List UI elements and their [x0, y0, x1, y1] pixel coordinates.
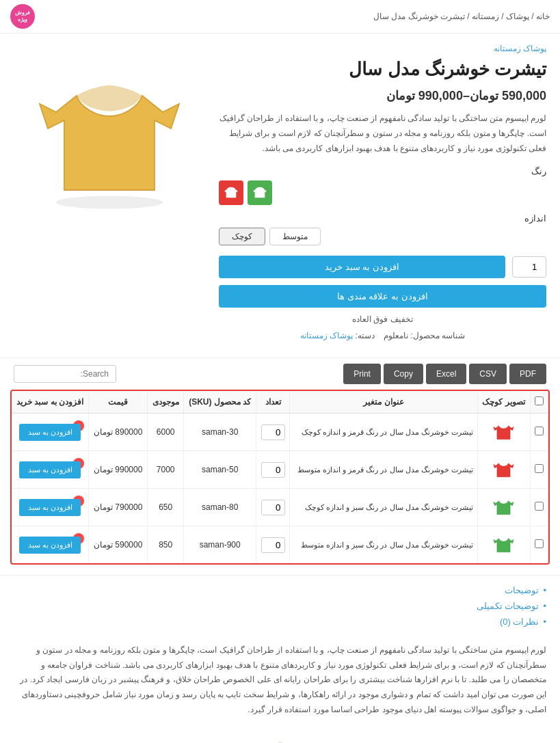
variant-price: 890000 تومان	[89, 414, 148, 451]
size-btn-medium[interactable]: متوسط	[269, 228, 321, 245]
wishlist-button[interactable]: افزودن به علاقه مندی ها	[219, 285, 546, 308]
variant-sku: saman-900	[184, 526, 256, 564]
copy-button[interactable]: Copy	[384, 364, 423, 384]
variant-add-button[interactable]: افزودن به سبد	[19, 537, 81, 554]
variant-title: تیشرت خوشرنگ مدل سال در رنگ سبز و اندازه…	[290, 489, 478, 526]
footer-description: لورم ایپسوم متن ساختگی با تولید سادگی نا…	[0, 636, 560, 724]
table-toolbar: PDF CSV Excel Copy Print	[0, 357, 560, 390]
product-price: 590,000 تومان–990,000 تومان	[219, 88, 546, 103]
variant-title: تیشرت خوشرنگ مدل سال در رنگ قرمز و انداز…	[290, 414, 478, 451]
logo-badge: فروشویژه	[10, 4, 35, 29]
tab-supplementary-label: توضیحات تکمیلی	[477, 601, 539, 611]
variant-sku: saman-50	[184, 451, 256, 489]
variant-qty-input[interactable]	[261, 537, 285, 553]
search-input[interactable]	[14, 365, 116, 383]
variant-add-button[interactable]: افزودن به سبد	[19, 461, 81, 478]
table-btn-group: PDF CSV Excel Copy Print	[343, 364, 546, 384]
variant-qty-input[interactable]	[261, 462, 285, 478]
product-info: پوشاک زمستانه تیشرت خوشرنگ مدل سال 590,0…	[219, 44, 546, 347]
tab-description[interactable]: توضیحات	[14, 582, 546, 598]
variant-sku: saman-80	[184, 489, 256, 526]
product-section: پوشاک زمستانه تیشرت خوشرنگ مدل سال 590,0…	[0, 33, 560, 357]
size-btn-small[interactable]: کوچک	[219, 228, 265, 245]
discount-label: تخفیف فوق العاده	[219, 314, 546, 324]
variant-sku: saman-30	[184, 414, 256, 451]
color-options	[219, 180, 546, 205]
variant-image	[492, 457, 516, 481]
excel-button[interactable]: Excel	[426, 364, 466, 384]
variant-qty-input[interactable]	[261, 424, 285, 440]
category-label: پوشاک زمستانه	[219, 44, 546, 53]
variants-table: تصویر کوچک عنوان متغیر تعداد کد محصول (S…	[12, 391, 548, 563]
variant-stock: 7000	[148, 451, 184, 489]
variant-title: تیشرت خوشرنگ مدل سال در رنگ قرمز و انداز…	[290, 451, 478, 489]
breadcrumb: خانه / پوشاک / زمستانه / تیشرت خوشرنگ مد…	[373, 12, 550, 21]
col-header-qty: تعداد	[256, 391, 290, 414]
color-swatch-green[interactable]	[248, 180, 272, 205]
pdf-button[interactable]: PDF	[509, 364, 546, 384]
product-title: تیشرت خوشرنگ مدل سال	[219, 57, 546, 81]
variant-qty-input[interactable]	[261, 500, 285, 515]
bottom-product-image	[239, 731, 321, 743]
variant-stock: 650	[148, 489, 184, 526]
variant-title: تیشرت خوشرنگ مدل سال در رنگ سبز و اندازه…	[290, 526, 478, 564]
table-row: تیشرت خوشرنگ مدل سال در رنگ قرمز و انداز…	[12, 414, 548, 451]
product-image	[27, 51, 191, 215]
col-header-image: تصویر کوچک	[477, 391, 530, 414]
variant-stock: 850	[148, 526, 184, 564]
csv-button[interactable]: CSV	[469, 364, 507, 384]
variant-add-button[interactable]: افزودن به سبد	[19, 499, 81, 516]
product-description: لورم ایپسوم متن ساختگی با تولید سادگی نا…	[219, 111, 546, 156]
svg-point-0	[56, 195, 163, 208]
variant-image	[492, 419, 516, 443]
variant-image	[492, 532, 516, 556]
variants-table-wrapper: تصویر کوچک عنوان متغیر تعداد کد محصول (S…	[10, 390, 550, 565]
variant-add-button[interactable]: افزودن به سبد	[19, 424, 81, 441]
row-checkbox[interactable]	[535, 539, 544, 548]
logo-text: فروشویژه	[15, 10, 30, 23]
add-to-cart-button[interactable]: افزودن به سبد خرید	[219, 256, 505, 278]
size-options: کوچک متوسط	[219, 228, 546, 245]
tab-supplementary[interactable]: توضیحات تکمیلی	[14, 598, 546, 614]
col-header-sku: کد محصول (SKU)	[184, 391, 256, 414]
quantity-input[interactable]	[512, 256, 546, 278]
print-button[interactable]: Print	[343, 364, 381, 384]
col-header-thumbnail	[530, 391, 548, 414]
variant-price: 590000 تومان	[89, 526, 148, 564]
add-to-cart-row: افزودن به سبد خرید	[219, 256, 546, 278]
bottom-image-area	[0, 724, 560, 743]
variant-image	[492, 494, 516, 518]
tab-reviews-label: نظرات (0)	[500, 617, 539, 627]
product-image-area	[14, 44, 205, 347]
table-row: تیشرت خوشرنگ مدل سال در رنگ سبز و اندازه…	[12, 526, 548, 564]
variant-price: 990000 تومان	[89, 451, 148, 489]
col-header-stock: موجودی	[148, 391, 184, 414]
table-header-row: تصویر کوچک عنوان متغیر تعداد کد محصول (S…	[12, 391, 548, 414]
variant-stock: 6000	[148, 414, 184, 451]
cat-link[interactable]: پوشاک زمستانه	[300, 331, 353, 340]
size-label: اندازه	[219, 213, 546, 224]
topbar: خانه / پوشاک / زمستانه / تیشرت خوشرنگ مد…	[0, 0, 560, 33]
product-meta: شناسه محصول: نامعلوم دسته: پوشاک زمستانه	[219, 331, 546, 340]
row-checkbox[interactable]	[535, 502, 544, 511]
variant-price: 790000 تومان	[89, 489, 148, 526]
col-header-addcart: افزودن به سبد خرید	[12, 391, 89, 414]
tab-description-label: توضیحات	[505, 585, 539, 595]
col-header-price: قیمت	[89, 391, 148, 414]
table-row: تیشرت خوشرنگ مدل سال در رنگ قرمز و انداز…	[12, 451, 548, 489]
table-row: تیشرت خوشرنگ مدل سال در رنگ سبز و اندازه…	[12, 489, 548, 526]
cat-label: دسته:	[355, 331, 374, 340]
tabs-section: توضیحات توضیحات تکمیلی نظرات (0)	[0, 575, 560, 636]
color-swatch-red[interactable]	[219, 180, 243, 205]
sku-label: شناسه محصول:	[411, 331, 466, 340]
row-checkbox[interactable]	[535, 427, 544, 435]
tab-reviews[interactable]: نظرات (0)	[14, 614, 546, 630]
col-header-variant: عنوان متغیر	[290, 391, 478, 414]
sku-value: نامعلوم	[384, 331, 408, 340]
select-all-checkbox[interactable]	[535, 396, 544, 405]
color-label: رنگ	[219, 166, 546, 176]
row-checkbox[interactable]	[535, 464, 544, 473]
